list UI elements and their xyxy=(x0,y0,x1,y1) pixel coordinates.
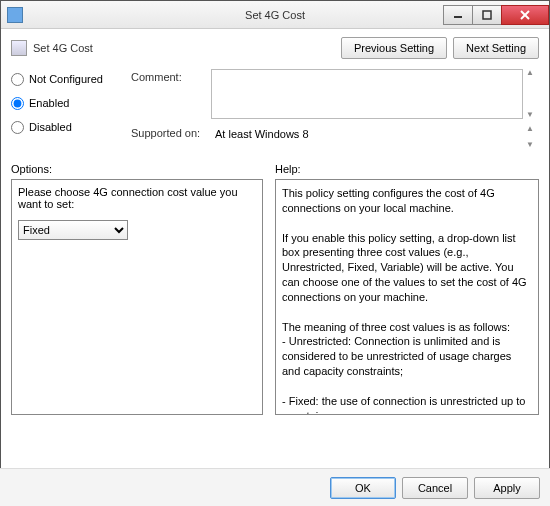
window-title: Set 4G Cost xyxy=(245,9,305,21)
close-button[interactable] xyxy=(501,5,549,25)
maximize-button[interactable] xyxy=(472,5,502,25)
radio-enabled[interactable]: Enabled xyxy=(11,93,123,113)
radio-disabled[interactable]: Disabled xyxy=(11,117,123,137)
supported-text: At least Windows 8 xyxy=(211,125,523,149)
policy-title: Set 4G Cost xyxy=(33,42,93,54)
help-panel: This policy setting configures the cost … xyxy=(275,179,539,415)
options-section-label: Options: xyxy=(11,163,269,175)
minimize-button[interactable] xyxy=(443,5,473,25)
radio-disabled-label: Disabled xyxy=(29,121,72,133)
options-prompt: Please choose 4G connection cost value y… xyxy=(18,186,256,210)
state-radio-group: Not Configured Enabled Disabled xyxy=(11,69,123,149)
cost-value-dropdown[interactable]: Fixed xyxy=(18,220,128,240)
scroll-up-icon[interactable]: ▲ xyxy=(523,69,537,77)
radio-enabled-input[interactable] xyxy=(11,97,24,110)
radio-not-configured[interactable]: Not Configured xyxy=(11,69,123,89)
help-section-label: Help: xyxy=(275,163,539,175)
app-icon xyxy=(7,7,23,23)
scroll-down-icon[interactable]: ▼ xyxy=(523,111,537,119)
policy-icon xyxy=(11,40,27,56)
previous-setting-button[interactable]: Previous Setting xyxy=(341,37,447,59)
radio-not-configured-label: Not Configured xyxy=(29,73,103,85)
supported-label: Supported on: xyxy=(131,125,211,139)
cancel-button[interactable]: Cancel xyxy=(402,477,468,499)
comment-textarea[interactable] xyxy=(211,69,523,119)
apply-button[interactable]: Apply xyxy=(474,477,540,499)
titlebar: Set 4G Cost xyxy=(1,1,549,29)
radio-disabled-input[interactable] xyxy=(11,121,24,134)
scroll-up-icon[interactable]: ▲ xyxy=(523,125,537,133)
svg-rect-1 xyxy=(483,11,491,19)
next-setting-button[interactable]: Next Setting xyxy=(453,37,539,59)
comment-label: Comment: xyxy=(131,69,211,83)
dialog-footer: OK Cancel Apply xyxy=(0,468,550,506)
comment-scroll[interactable]: ▲▼ xyxy=(523,69,537,119)
radio-not-configured-input[interactable] xyxy=(11,73,24,86)
options-panel: Please choose 4G connection cost value y… xyxy=(11,179,263,415)
ok-button[interactable]: OK xyxy=(330,477,396,499)
radio-enabled-label: Enabled xyxy=(29,97,69,109)
supported-scroll[interactable]: ▲▼ xyxy=(523,125,537,149)
scroll-down-icon[interactable]: ▼ xyxy=(523,141,537,149)
